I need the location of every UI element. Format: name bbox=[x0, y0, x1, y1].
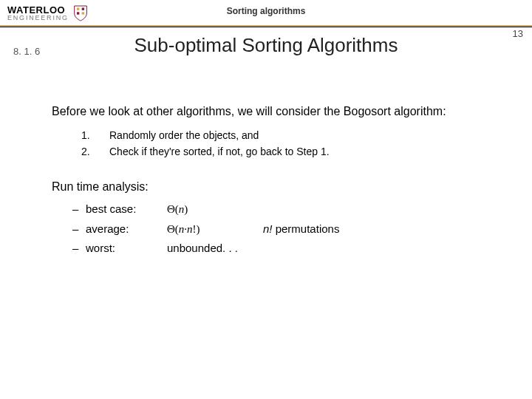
list-item: 1. Randomly order the objects, and bbox=[81, 127, 502, 143]
step-text: Randomly order the objects, and bbox=[109, 127, 259, 143]
runtime-cases: – best case: Θ(n) – average: Θ(n·n!) n! … bbox=[72, 200, 502, 258]
list-item: 2. Check if they're sorted, if not, go b… bbox=[81, 143, 502, 160]
case-value: Θ(n·n!) bbox=[167, 220, 263, 239]
case-label: worst: bbox=[86, 239, 167, 258]
case-value: unbounded. . . bbox=[167, 239, 263, 258]
runtime-heading: Run time analysis: bbox=[52, 180, 502, 194]
case-note: n! permutations bbox=[263, 219, 339, 239]
bullet-dash: – bbox=[72, 219, 86, 239]
slide-title: Sub-optimal Sorting Algorithms bbox=[0, 34, 532, 57]
slide-header: WATERLOO ENGINEERING Sorting algorithms bbox=[0, 0, 532, 27]
bullet-dash: – bbox=[72, 200, 86, 219]
intro-text: Before we look at other algorithms, we w… bbox=[52, 103, 502, 120]
case-best: – best case: Θ(n) bbox=[72, 200, 502, 219]
header-underline bbox=[0, 25, 532, 27]
bullet-dash: – bbox=[72, 239, 86, 258]
step-number: 1. bbox=[81, 127, 95, 143]
case-label: best case: bbox=[86, 200, 167, 219]
step-number: 2. bbox=[81, 143, 95, 160]
step-text: Check if they're sorted, if not, go back… bbox=[109, 143, 330, 160]
slide-body: Before we look at other algorithms, we w… bbox=[52, 103, 502, 258]
running-head: Sorting algorithms bbox=[0, 6, 532, 16]
case-value: Θ(n) bbox=[167, 200, 263, 219]
steps-list: 1. Randomly order the objects, and 2. Ch… bbox=[81, 127, 502, 160]
case-average: – average: Θ(n·n!) n! permutations bbox=[72, 219, 502, 239]
case-label: average: bbox=[86, 219, 167, 239]
case-worst: – worst: unbounded. . . bbox=[72, 239, 502, 258]
